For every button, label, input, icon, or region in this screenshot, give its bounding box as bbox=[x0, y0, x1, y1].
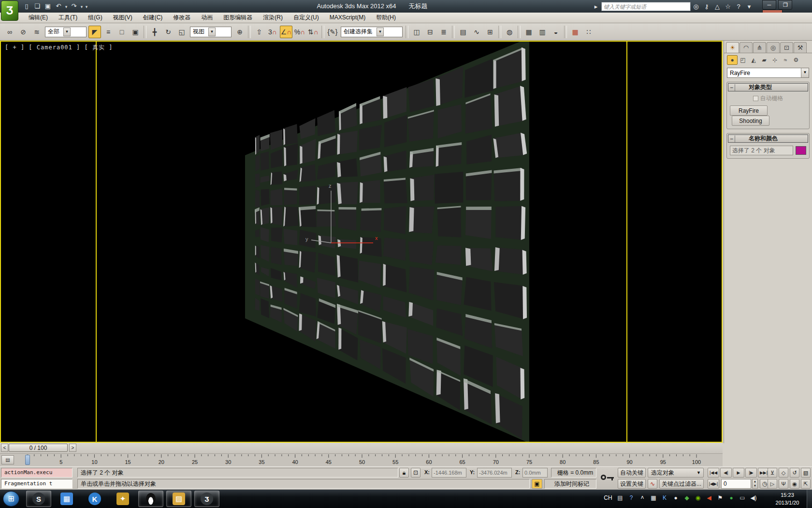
new-file-button[interactable]: ▯ bbox=[21, 1, 32, 11]
material-editor-icon[interactable]: ◍ bbox=[503, 26, 516, 38]
key-filters-button[interactable]: 关键点过滤器... bbox=[659, 479, 704, 489]
isolate-toggle-icon[interactable]: ▣ bbox=[532, 479, 542, 489]
select-and-link-icon[interactable]: ∞ bbox=[3, 26, 16, 38]
selection-lock-toggle[interactable]: 🔒︎ bbox=[399, 468, 409, 478]
selection-filter-dropdown[interactable]: 全部▼ bbox=[45, 27, 87, 37]
search-input[interactable]: 键入关键字或短语 bbox=[601, 2, 691, 11]
play-button[interactable]: ▶ bbox=[733, 468, 744, 478]
frame-spinner[interactable]: ▲▼ bbox=[752, 479, 758, 489]
menu-maxscriptm[interactable]: MAXScript(M) bbox=[324, 13, 371, 23]
name-color-rollout-header[interactable]: − 名称和颜色 bbox=[728, 134, 808, 143]
align-icon[interactable]: ⊟ bbox=[424, 26, 436, 38]
unlink-selection-icon[interactable]: ⊘ bbox=[17, 26, 29, 38]
pan-hand-icon[interactable]: Ψ bbox=[779, 479, 788, 489]
object-type-rollout-header[interactable]: − 对象类型 bbox=[728, 83, 808, 91]
curve-editor-icon[interactable]: ∿ bbox=[470, 26, 483, 38]
select-object-button[interactable]: ◤ bbox=[88, 26, 101, 38]
subtab-cameras[interactable]: ▰ bbox=[759, 55, 769, 65]
infocenter-arrow-icon[interactable]: ▸ bbox=[591, 3, 601, 10]
time-slider-handle[interactable]: 0 / 100 bbox=[9, 444, 68, 452]
taskbar-clock[interactable]: 15:232013/1/20 bbox=[770, 491, 804, 507]
zoom-extents-selected-icon[interactable]: ⊻ bbox=[768, 468, 777, 478]
tray-help-icon[interactable]: ? bbox=[626, 494, 637, 501]
object-color-swatch[interactable] bbox=[796, 146, 806, 155]
graphite-toolbox-icon[interactable]: ▤ bbox=[457, 26, 469, 38]
subtab-systems[interactable]: ⚙ bbox=[791, 55, 801, 65]
taskbar-sogou-button[interactable]: S bbox=[26, 491, 51, 507]
y-coord-field[interactable]: -3476.024m bbox=[477, 468, 512, 478]
percent-snap-toggle-icon[interactable]: %∩ bbox=[293, 26, 306, 38]
menu-[interactable]: 动画 bbox=[196, 13, 218, 23]
auto-key-button[interactable]: 自动关键点 bbox=[618, 468, 646, 478]
bind-to-space-warp-icon[interactable]: ≋ bbox=[30, 26, 43, 38]
tray-alert-speaker-icon[interactable]: ◀ bbox=[704, 494, 714, 501]
field-of-view-icon[interactable]: ↺ bbox=[790, 468, 799, 478]
go-to-start-button[interactable]: |◀◀ bbox=[708, 468, 719, 478]
object-name-field[interactable]: 选择了 2 个 对象 bbox=[730, 146, 793, 155]
taskbar-qq-button[interactable] bbox=[138, 491, 163, 507]
menu-t[interactable]: 工具(T) bbox=[53, 13, 83, 23]
tab-utilities[interactable]: ⚒ bbox=[794, 42, 807, 53]
rayfire-particles-icon[interactable]: ∷ bbox=[582, 26, 595, 38]
menu-c[interactable]: 创建(C) bbox=[138, 13, 168, 23]
tab-hierarchy[interactable]: ⋔ bbox=[753, 42, 766, 53]
help-dropdown-icon[interactable]: ▾ bbox=[744, 3, 754, 10]
undo-dropdown[interactable]: ▾ bbox=[64, 2, 69, 12]
tray-qq-icon[interactable]: ● bbox=[670, 494, 681, 501]
maximize-viewport-cube-icon[interactable]: ▧ bbox=[801, 468, 811, 478]
reference-coordinate-system-dropdown[interactable]: 视图▼ bbox=[190, 27, 232, 37]
spinner-snap-toggle-icon[interactable]: ⇅∩ bbox=[307, 26, 319, 38]
schematic-view-icon[interactable]: ⊞ bbox=[484, 26, 496, 38]
add-time-tag[interactable]: 添加时间标记 bbox=[544, 479, 596, 489]
tray-360-icon[interactable]: ● bbox=[726, 494, 737, 501]
select-and-scale-icon[interactable]: ◱ bbox=[175, 26, 188, 38]
tray-nvidia-icon[interactable]: ◉ bbox=[693, 494, 703, 501]
time-slider-prev-button[interactable]: < bbox=[1, 444, 8, 452]
mini-curve-editor-button[interactable]: ▤ bbox=[1, 455, 14, 464]
orbit-icon[interactable]: ◉ bbox=[790, 479, 799, 489]
application-menu-button[interactable]: Ӡ bbox=[1, 0, 18, 21]
menu-e[interactable]: 编辑(E) bbox=[23, 13, 53, 23]
menu-v[interactable]: 视图(V) bbox=[108, 13, 138, 23]
track-bar[interactable]: ▤ 05101520253035404550556065707580859095… bbox=[0, 454, 723, 466]
search-icon[interactable]: ◎ bbox=[691, 3, 701, 10]
taskbar-3dsmax-button[interactable]: Ӡ bbox=[194, 491, 219, 507]
pan-arrow-icon[interactable]: ▷ bbox=[768, 479, 777, 489]
save-file-button[interactable]: ▣ bbox=[43, 1, 53, 11]
redo-dropdown[interactable]: ▾ bbox=[79, 2, 84, 12]
mirror-icon[interactable]: ◫ bbox=[410, 26, 423, 38]
tray-language-indicator[interactable]: CH bbox=[603, 494, 613, 501]
set-keys-curve-icon[interactable]: ∿ bbox=[648, 479, 657, 489]
restore-button[interactable]: ❐ bbox=[778, 0, 792, 10]
minimize-button[interactable]: ─ bbox=[762, 0, 776, 10]
taskbar-cube-app-button[interactable]: ▦ bbox=[54, 491, 79, 507]
tray-k-icon[interactable]: K bbox=[659, 494, 670, 501]
tab-display[interactable]: ⊡ bbox=[780, 42, 793, 53]
undo-button[interactable]: ↶ bbox=[53, 1, 64, 11]
time-slider-next-button[interactable]: > bbox=[69, 444, 76, 452]
tab-create[interactable]: ☀ bbox=[726, 42, 739, 53]
tab-modify[interactable]: ◠ bbox=[740, 42, 753, 53]
zoom-extents-all-icon[interactable]: ◇ bbox=[779, 468, 788, 478]
previous-frame-button[interactable]: ◀| bbox=[720, 468, 732, 478]
select-and-manipulate-icon[interactable]: ⊕ bbox=[233, 26, 246, 38]
window-crossing-toggle-icon[interactable]: ▣ bbox=[129, 26, 142, 38]
tray-shield-icon[interactable]: ◆ bbox=[682, 494, 692, 501]
keyboard-override-toggle-icon[interactable]: ⇧ bbox=[253, 26, 265, 38]
maxscript-listener-line[interactable]: Fragmentation t bbox=[1, 479, 72, 489]
redo-button[interactable]: ↷ bbox=[69, 1, 79, 11]
subtab-space-warps[interactable]: ≈ bbox=[780, 55, 791, 65]
select-and-move-icon[interactable]: ╋ bbox=[148, 26, 161, 38]
x-coord-field[interactable]: -1446.168m bbox=[432, 468, 466, 478]
taskbar-explorer-button[interactable]: ▨ bbox=[166, 491, 191, 507]
menu-[interactable]: 修改器 bbox=[168, 13, 196, 23]
quick-access-overflow[interactable]: ▾ bbox=[84, 2, 89, 12]
rayfire-tool-icon[interactable]: ▦ bbox=[569, 26, 581, 38]
menu-h[interactable]: 帮助(H) bbox=[371, 13, 401, 23]
taskbar-kmplayer-button[interactable]: K bbox=[82, 491, 107, 507]
next-frame-button[interactable]: |▶ bbox=[745, 468, 757, 478]
menu-r[interactable]: 渲染(R) bbox=[258, 13, 288, 23]
render-setup-icon[interactable]: ▦ bbox=[522, 26, 535, 38]
set-key-button[interactable]: 设置关键点 bbox=[618, 479, 646, 489]
communication-icon[interactable]: △ bbox=[712, 3, 723, 10]
